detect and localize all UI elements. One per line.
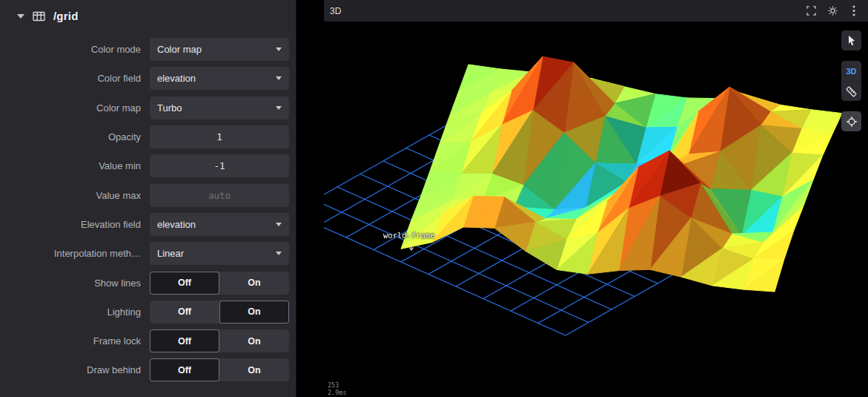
- ruler-icon: [845, 85, 858, 98]
- camera-target-button[interactable]: [841, 111, 861, 131]
- frame-lock-off-button[interactable]: Off: [150, 329, 219, 352]
- setting-label: Lighting: [0, 306, 150, 318]
- kebab-menu-icon: [852, 5, 855, 16]
- interpolation-method-select[interactable]: Linear: [150, 242, 289, 265]
- panel-settings-button[interactable]: [824, 3, 841, 19]
- settings-row-opacity: Opacity: [0, 122, 296, 151]
- app-root: /grid Color modeColor mapColor fieldelev…: [0, 0, 868, 397]
- settings-list: Color modeColor mapColor fieldelevationC…: [0, 32, 296, 385]
- fullscreen-button[interactable]: [803, 3, 819, 19]
- draw-behind-on-button[interactable]: On: [219, 358, 289, 381]
- opacity-input[interactable]: [150, 125, 289, 148]
- frame-axes-marker: [408, 241, 415, 255]
- show-lines-off-button[interactable]: Off: [150, 272, 219, 295]
- settings-sidebar: /grid Color modeColor mapColor fieldelev…: [0, 0, 296, 397]
- setting-label: Opacity: [0, 131, 150, 142]
- chevron-down-icon: [276, 223, 282, 226]
- frame-label-text: world-frame: [383, 231, 435, 240]
- draw-behind-off-button[interactable]: Off: [150, 358, 219, 381]
- color-mode-select[interactable]: Color map: [150, 38, 289, 61]
- select-value: Linear: [157, 248, 276, 259]
- setting-label: Elevation field: [0, 219, 150, 230]
- settings-row-frame-lock: Frame lockOffOn: [0, 327, 296, 355]
- settings-row-color-field: Color fieldelevation: [0, 64, 296, 93]
- lighting-off-button[interactable]: Off: [150, 301, 219, 324]
- setting-label: Frame lock: [0, 335, 150, 347]
- measure-tool-button[interactable]: [841, 81, 861, 101]
- settings-row-value-max: Value max: [0, 180, 296, 209]
- fullscreen-icon: [806, 6, 816, 16]
- setting-label: Value min: [0, 160, 150, 171]
- cursor-icon: [847, 35, 857, 46]
- render-stats: 253 2.9ms: [328, 381, 347, 396]
- setting-label: Draw behind: [0, 364, 150, 375]
- setting-label: Value max: [0, 190, 150, 201]
- lighting-toggle: OffOn: [150, 301, 289, 324]
- setting-label: Color mode: [0, 44, 150, 55]
- color-field-select[interactable]: elevation: [150, 67, 289, 90]
- settings-row-show-lines: Show linesOffOn: [0, 268, 296, 297]
- select-value: elevation: [157, 219, 276, 230]
- value-min-input[interactable]: [150, 154, 289, 177]
- settings-row-draw-behind: Draw behindOffOn: [0, 355, 296, 384]
- draw-behind-toggle: OffOn: [150, 358, 289, 381]
- settings-row-color-map: Color mapTurbo: [0, 93, 296, 122]
- frame-lock-on-button[interactable]: On: [219, 329, 289, 352]
- select-value: Color map: [157, 44, 276, 55]
- select-tool-button[interactable]: [841, 30, 861, 50]
- setting-label: Color map: [0, 102, 150, 114]
- show-lines-on-button[interactable]: On: [219, 272, 289, 295]
- camera-tool-group: 3D: [841, 61, 861, 101]
- panel-title: 3D: [330, 6, 341, 16]
- chevron-down-icon: [276, 252, 282, 255]
- settings-row-value-min: Value min: [0, 151, 296, 180]
- settings-row-interpolation-method: Interpolation meth…Linear: [0, 239, 296, 268]
- show-lines-toggle: OffOn: [150, 272, 289, 295]
- perspective-toggle-button[interactable]: 3D: [841, 61, 861, 81]
- select-value: elevation: [157, 73, 276, 84]
- frame-label[interactable]: world-frame: [383, 231, 435, 240]
- gear-icon: [827, 5, 838, 16]
- render-stat-time: 2.9ms: [328, 389, 347, 396]
- select-value: Turbo: [157, 102, 276, 114]
- color-map-select[interactable]: Turbo: [150, 96, 289, 119]
- render-stat-count: 253: [328, 381, 347, 389]
- crosshair-target-icon: [846, 116, 858, 128]
- setting-label: Color field: [0, 73, 150, 84]
- elevation-field-select[interactable]: elevation: [150, 213, 289, 236]
- frame-lock-toggle: OffOn: [150, 329, 289, 352]
- settings-row-color-mode: Color modeColor map: [0, 35, 296, 64]
- viewport-tool-column: 3D: [841, 30, 861, 131]
- panel-toolbar: 3D: [324, 0, 868, 22]
- chevron-down-icon: [276, 47, 282, 51]
- threed-panel: 3D: [296, 0, 868, 397]
- setting-label: Interpolation meth…: [0, 248, 150, 259]
- layer-title: /grid: [53, 10, 79, 22]
- chevron-down-icon: [17, 14, 24, 19]
- setting-label: Show lines: [0, 278, 150, 289]
- value-max-input[interactable]: [150, 184, 289, 207]
- chevron-down-icon: [276, 76, 282, 80]
- panel-toolbar-icons: [803, 3, 862, 19]
- settings-row-lighting: LightingOffOn: [0, 298, 296, 327]
- chevron-down-icon: [276, 106, 282, 110]
- settings-row-elevation-field: Elevation fieldelevation: [0, 210, 296, 239]
- select-tool-group: [841, 30, 861, 50]
- target-tool-group: [841, 111, 861, 131]
- threed-scene-canvas[interactable]: [324, 22, 868, 397]
- more-options-button[interactable]: [846, 3, 862, 19]
- grid-layer-icon: [33, 11, 45, 22]
- grid-layer-header[interactable]: /grid: [0, 0, 296, 32]
- lighting-on-button[interactable]: On: [219, 301, 289, 324]
